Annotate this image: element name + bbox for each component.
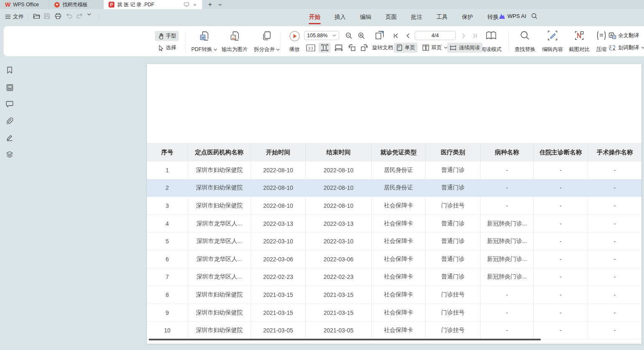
table-header-cell: 病种名称: [480, 143, 533, 161]
menu-tab-页面[interactable]: 页面: [385, 13, 398, 23]
export-as-image-button[interactable]: 输出为图片: [220, 30, 250, 54]
menu-tab-保护[interactable]: 保护: [461, 13, 474, 23]
table-cell: 深圳市龙华区人...: [188, 268, 251, 286]
find-replace-button[interactable]: 查找替换: [512, 30, 538, 54]
document-area: 序号定点医药机构名称开始时间结束时间就诊凭证类型医疗类别病种名称住院主诊断名称手…: [0, 56, 644, 350]
pdf-convert-button[interactable]: W PDF转换: [189, 30, 220, 54]
double-page-icon: [422, 44, 429, 51]
edit-content-icon: [548, 31, 558, 41]
menu-tab-工具[interactable]: 工具: [436, 13, 449, 23]
table-cell: 深圳市妇幼保健院: [188, 286, 251, 304]
open-file-icon[interactable]: [33, 13, 40, 19]
zoom-level-select[interactable]: 105.88%: [304, 31, 339, 40]
quick-access-chevron-icon[interactable]: [87, 13, 91, 16]
hand-tool-button[interactable]: 手型: [155, 31, 179, 41]
menu-tab-转换[interactable]: 转换: [487, 13, 499, 23]
actual-size-button[interactable]: 1:1: [305, 43, 316, 53]
tab-list-chevron-icon[interactable]: [216, 0, 225, 9]
double-page-button[interactable]: 双页: [420, 43, 450, 53]
signature-panel-icon[interactable]: [5, 133, 14, 142]
menu-tab-strip: 开始插入编辑页面批注工具保护转换: [308, 13, 499, 23]
menu-tab-编辑[interactable]: 编辑: [359, 13, 372, 23]
wps-pdf-window: W WPS Office ✦ 找稻壳模板 P 就 医 记 录 .PDF × + …: [0, 0, 644, 350]
export-image-icon: [229, 31, 240, 41]
bookmarks-panel-icon[interactable]: [5, 66, 14, 74]
table-cell: 社会保障卡: [371, 304, 425, 322]
table-cell: 2022-08-10: [251, 197, 305, 215]
table-cell: -: [588, 197, 641, 215]
single-page-button[interactable]: 单页: [394, 43, 418, 53]
table-cell: 普通门诊: [425, 215, 480, 232]
continuous-read-icon: [450, 45, 457, 51]
previous-page-button[interactable]: [403, 31, 412, 40]
window-tab-bar: W WPS Office ✦ 找稻壳模板 P 就 医 记 录 .PDF × +: [0, 0, 644, 9]
comments-panel-icon[interactable]: [5, 100, 14, 108]
rotate-right-icon: [360, 44, 368, 51]
table-cell: 2021-03-15: [251, 286, 305, 304]
fit-page-button[interactable]: [319, 43, 330, 53]
tab-docer-templates[interactable]: ✦ 找稻壳模板: [49, 0, 104, 9]
new-tab-button[interactable]: +: [202, 0, 216, 9]
rotate-document-button[interactable]: 旋转文档: [370, 43, 396, 53]
table-cell: -: [588, 286, 641, 304]
last-page-button[interactable]: [470, 31, 479, 40]
medical-records-table: 序号定点医药机构名称开始时间结束时间就诊凭证类型医疗类别病种名称住院主诊断名称手…: [147, 143, 641, 340]
attachments-panel-icon[interactable]: [5, 117, 14, 125]
tab-label: 找稻壳模板: [63, 1, 88, 8]
horizontal-scrollbar-thumb[interactable]: [149, 339, 541, 340]
table-cell: 2022-08-10: [251, 161, 305, 179]
table-cell: 2022-03-06: [251, 250, 305, 268]
next-page-button[interactable]: [459, 31, 468, 40]
menu-tab-批注[interactable]: 批注: [410, 13, 423, 23]
rotate-right-button[interactable]: [359, 43, 370, 53]
split-merge-button[interactable]: 拆分合并: [250, 30, 284, 54]
chevron-down-icon: [213, 49, 217, 51]
compress-button[interactable]: 压缩: [593, 30, 610, 54]
table-cell: 深圳市妇幼保健院: [188, 322, 251, 339]
rotate-left-button[interactable]: [346, 43, 357, 53]
rotate-left-icon: [348, 44, 356, 51]
monitor-icon[interactable]: [184, 2, 189, 7]
table-cell: -: [588, 215, 641, 232]
table-header-cell: 定点医药机构名称: [188, 143, 251, 161]
page-number-input[interactable]: 4/4: [415, 31, 456, 40]
tab-document-pdf[interactable]: P 就 医 记 录 .PDF ×: [104, 0, 202, 9]
screenshot-compare-button[interactable]: 截图对比: [567, 30, 592, 54]
search-icon[interactable]: [531, 13, 538, 19]
full-text-translate-button[interactable]: A文 全文翻译: [609, 31, 639, 41]
close-tab-icon[interactable]: ×: [192, 2, 197, 8]
table-header-cell: 开始时间: [251, 143, 305, 161]
table-cell: 2022-03-06: [305, 250, 371, 268]
tab-wps-office[interactable]: W WPS Office: [0, 0, 49, 9]
continuous-read-button[interactable]: 连续阅读: [447, 43, 482, 53]
select-tool-button[interactable]: 选择: [155, 43, 179, 53]
table-row: 9深圳市妇幼保健院2021-03-152021-03-15社会保障卡门诊挂号--…: [147, 304, 641, 322]
print-icon[interactable]: [55, 13, 61, 19]
zoom-in-button[interactable]: [356, 31, 366, 40]
screenshot-compare-icon: [574, 31, 584, 41]
table-cell: -: [588, 250, 641, 268]
layers-panel-icon[interactable]: [5, 150, 14, 158]
file-menu-button[interactable]: 文件: [5, 13, 24, 20]
save-icon[interactable]: [44, 13, 50, 19]
table-cell: 深圳市龙华区人...: [188, 250, 251, 268]
menu-tab-开始[interactable]: 开始: [308, 13, 321, 23]
undo-icon[interactable]: [66, 13, 72, 18]
table-cell: 2022-08-10: [305, 179, 371, 197]
swap-pages-button[interactable]: [373, 30, 386, 41]
thumbnails-panel-icon[interactable]: [5, 83, 14, 92]
first-page-button[interactable]: [391, 31, 401, 40]
wps-ai-button[interactable]: WPS AI: [499, 13, 526, 19]
table-cell: 深圳市妇幼保健院: [188, 179, 251, 197]
menu-tab-插入[interactable]: 插入: [334, 13, 347, 23]
redo-icon[interactable]: [76, 13, 83, 18]
zoom-out-button[interactable]: [344, 31, 354, 40]
word-translate-button[interactable]: 文A 划词翻译: [609, 43, 644, 53]
table-cell: 深圳市龙华区人...: [188, 215, 251, 232]
play-button[interactable]: 播放: [284, 30, 304, 54]
edit-content-button[interactable]: 编辑内容: [540, 30, 565, 54]
full-translate-icon: A文: [609, 32, 616, 39]
table-cell: 2022-08-10: [251, 179, 305, 197]
fit-width-button[interactable]: [333, 43, 345, 53]
table-cell: -: [533, 286, 588, 304]
